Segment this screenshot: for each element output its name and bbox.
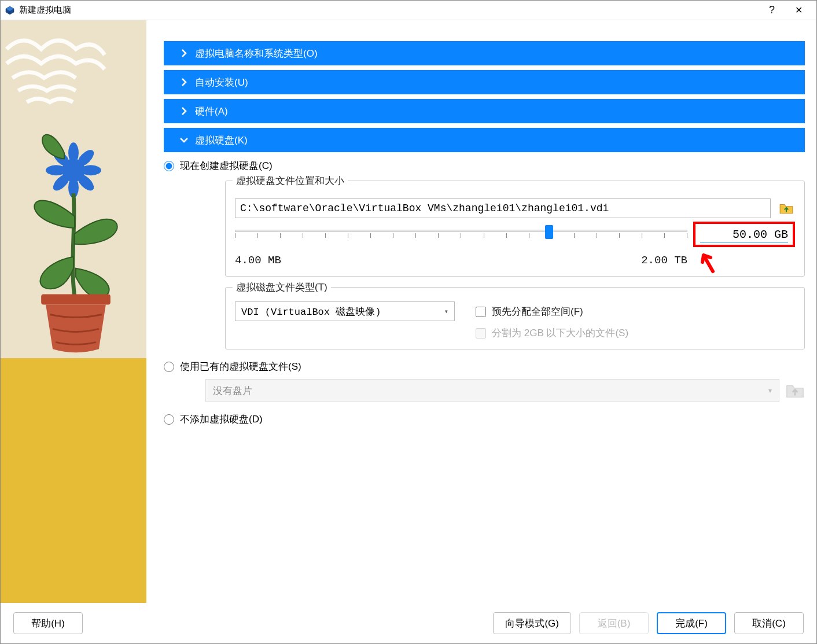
- chevron-right-icon: [178, 106, 190, 116]
- size-value: 50.00 GB: [733, 228, 788, 241]
- svg-point-4: [68, 142, 79, 163]
- footer: 帮助(H) 向导模式(G) 返回(B) 完成(F) 取消(C): [1, 603, 816, 643]
- group-location-size: 虚拟硬盘文件位置和大小: [225, 181, 805, 277]
- radio-create-now[interactable]: 现在创建虚拟硬盘(C): [164, 159, 805, 172]
- accordion-auto-install[interactable]: 自动安装(U): [164, 70, 805, 94]
- main-area: 虚拟电脑名称和系统类型(O) 自动安装(U) 硬件(A) 虚拟硬盘(K) 现在创…: [1, 20, 816, 603]
- disk-type-select[interactable]: VDI (VirtualBox 磁盘映像) ▾: [235, 301, 455, 321]
- content-panel: 虚拟电脑名称和系统类型(O) 自动安装(U) 硬件(A) 虚拟硬盘(K) 现在创…: [146, 20, 816, 603]
- radio-label: 使用已有的虚拟硬盘文件(S): [180, 360, 301, 373]
- slider-row: 4.00 MB 2.00 TB 50.00 GB: [235, 225, 795, 267]
- svg-point-6: [80, 165, 101, 175]
- accordion-name-os[interactable]: 虚拟电脑名称和系统类型(O): [164, 41, 805, 65]
- accordion-label: 硬件(A): [195, 105, 228, 118]
- app-icon: [5, 6, 14, 15]
- finish-button[interactable]: 完成(F): [657, 612, 726, 634]
- checkbox-prealloc[interactable]: 预先分配全部空间(F): [476, 305, 628, 318]
- existing-disk-row: 没有盘片 ▾: [205, 379, 805, 402]
- checkbox-prealloc-input[interactable]: [476, 307, 486, 317]
- group-legend: 虚拟磁盘文件类型(T): [233, 281, 331, 294]
- accordion-label: 虚拟硬盘(K): [195, 134, 248, 147]
- window-title: 新建虚拟电脑: [19, 5, 759, 16]
- checkbox-label: 预先分配全部空间(F): [492, 305, 583, 318]
- radio-label: 不添加虚拟硬盘(D): [180, 413, 263, 426]
- slider-min-label: 4.00 MB: [235, 254, 281, 267]
- help-button-footer[interactable]: 帮助(H): [13, 612, 83, 634]
- radio-use-existing[interactable]: 使用已有的虚拟硬盘文件(S): [164, 360, 805, 373]
- browse-existing-button: [785, 381, 805, 400]
- path-row: [235, 198, 795, 218]
- accordion-label: 虚拟电脑名称和系统类型(O): [195, 47, 318, 60]
- accordion-hardware[interactable]: 硬件(A): [164, 99, 805, 123]
- chevron-right-icon: [178, 78, 190, 87]
- slider-max-label: 2.00 TB: [641, 254, 687, 267]
- wizard-mode-button[interactable]: 向导模式(G): [493, 612, 571, 634]
- radio-no-disk[interactable]: 不添加虚拟硬盘(D): [164, 413, 805, 426]
- size-input[interactable]: 50.00 GB: [693, 222, 795, 247]
- disk-path-input[interactable]: [235, 198, 771, 218]
- close-button[interactable]: ✕: [785, 1, 812, 20]
- slider-thumb[interactable]: [545, 225, 553, 239]
- help-button[interactable]: ?: [759, 1, 785, 20]
- chevron-down-icon: ▾: [444, 307, 448, 316]
- browse-button[interactable]: [778, 200, 795, 217]
- radio-no-disk-input[interactable]: [164, 414, 174, 425]
- cancel-button[interactable]: 取消(C): [734, 612, 804, 634]
- svg-point-10: [46, 165, 67, 175]
- chevron-right-icon: [178, 49, 190, 58]
- accordion-label: 自动安装(U): [195, 76, 248, 89]
- checkbox-split2g: 分割为 2GB 以下大小的文件(S): [476, 326, 628, 340]
- checkbox-split2g-input: [476, 328, 486, 338]
- radio-create-now-input[interactable]: [164, 161, 174, 171]
- disk-type-value: VDI (VirtualBox 磁盘映像): [241, 305, 381, 318]
- back-button: 返回(B): [579, 612, 649, 634]
- svg-rect-12: [41, 295, 111, 305]
- chevron-down-icon: ▾: [768, 387, 772, 395]
- group-legend: 虚拟硬盘文件位置和大小: [233, 174, 348, 187]
- radio-label: 现在创建虚拟硬盘(C): [180, 159, 273, 172]
- existing-disk-select: 没有盘片 ▾: [205, 379, 779, 402]
- size-slider[interactable]: [235, 225, 687, 240]
- accordion-hard-disk[interactable]: 虚拟硬盘(K): [164, 128, 805, 152]
- title-bar: 新建虚拟电脑 ? ✕: [1, 1, 816, 20]
- annotation-arrow-icon: [697, 251, 720, 274]
- existing-disk-placeholder: 没有盘片: [213, 384, 252, 398]
- radio-use-existing-input[interactable]: [164, 362, 174, 372]
- group-disk-type: 虚拟磁盘文件类型(T) VDI (VirtualBox 磁盘映像) ▾ 预先分配…: [225, 287, 805, 349]
- chevron-down-icon: [178, 135, 190, 145]
- checkbox-label: 分割为 2GB 以下大小的文件(S): [492, 326, 628, 340]
- sidebar-illustration: [1, 20, 146, 603]
